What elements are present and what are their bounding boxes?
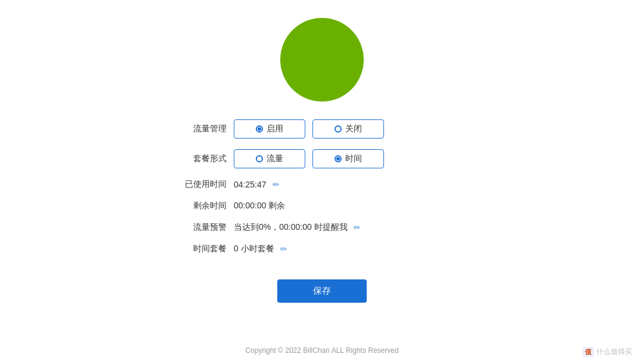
traffic-alert-value: 当达到0%，00:00:00 时提醒我: [234, 222, 348, 233]
remaining-time-row: 剩余时间 00:00:00 剩余: [179, 201, 465, 211]
traffic-alert-edit-icon[interactable]: ✏: [354, 223, 361, 232]
traffic-radio-button[interactable]: 流量: [234, 149, 305, 168]
used-time-value: 04:25:47: [234, 180, 267, 189]
time-package-value: 0 小时套餐: [234, 244, 274, 254]
time-package-label: 时间套餐: [179, 244, 227, 254]
disable-radio-dot: [335, 125, 342, 133]
used-time-label: 已使用时间: [179, 179, 227, 190]
traffic-radio-label: 流量: [267, 153, 283, 164]
remaining-time-value-group: 00:00:00 剩余: [234, 201, 285, 211]
time-package-row: 时间套餐 0 小时套餐 ✏: [179, 244, 465, 254]
traffic-alert-value-group: 当达到0%，00:00:00 时提醒我 ✏: [234, 222, 361, 233]
time-radio-dot: [335, 155, 342, 162]
used-time-value-group: 04:25:47 ✏: [234, 180, 280, 189]
remaining-time-value: 00:00:00 剩余: [234, 201, 285, 211]
enable-radio-label: 启用: [267, 124, 283, 134]
traffic-management-label: 流量管理: [179, 124, 227, 134]
used-time-row: 已使用时间 04:25:47 ✏: [179, 179, 465, 190]
package-type-row: 套餐形式 流量 时间: [179, 149, 465, 168]
package-type-label: 套餐形式: [179, 153, 227, 164]
traffic-alert-label: 流量预警: [179, 222, 227, 233]
watermark-text: 什么值得买: [596, 347, 632, 357]
status-circle: [280, 18, 364, 101]
used-time-edit-icon[interactable]: ✏: [273, 180, 280, 189]
remaining-time-label: 剩余时间: [179, 201, 227, 211]
time-radio-button[interactable]: 时间: [312, 149, 384, 168]
copyright-text: Copyright © 2022 BillChan ALL Rights Res…: [245, 346, 398, 355]
enable-radio-button[interactable]: 启用: [234, 119, 305, 139]
traffic-management-row: 流量管理 启用 关闭: [179, 119, 465, 139]
save-button[interactable]: 保存: [277, 279, 367, 303]
enable-radio-dot: [256, 125, 263, 133]
time-package-value-group: 0 小时套餐 ✏: [234, 244, 287, 254]
watermark: 值 什么值得买: [583, 347, 632, 357]
time-radio-label: 时间: [345, 153, 362, 164]
traffic-radio-dot: [256, 155, 263, 162]
form-section: 流量管理 启用 关闭 套餐形式 流量 时间 已使用时间: [179, 119, 465, 303]
traffic-alert-row: 流量预警 当达到0%，00:00:00 时提醒我 ✏: [179, 222, 465, 233]
footer: Copyright © 2022 BillChan ALL Rights Res…: [0, 346, 644, 355]
disable-radio-label: 关闭: [345, 124, 362, 134]
main-container: 流量管理 启用 关闭 套餐形式 流量 时间 已使用时间: [0, 0, 644, 363]
watermark-badge: 值: [583, 347, 594, 357]
disable-radio-button[interactable]: 关闭: [312, 119, 384, 139]
time-package-edit-icon[interactable]: ✏: [280, 244, 287, 254]
